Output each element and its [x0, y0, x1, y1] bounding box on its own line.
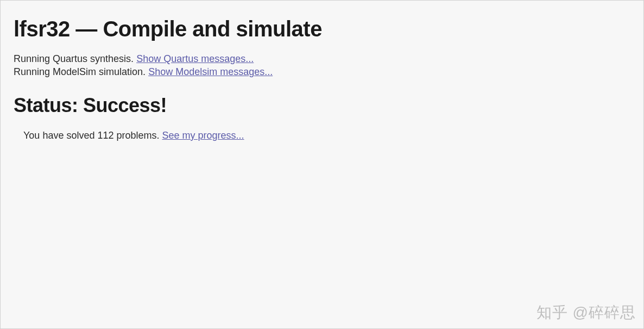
progress-line: You have solved 112 problems. See my pro… [14, 130, 630, 141]
show-quartus-messages-link[interactable]: Show Quartus messages... [136, 53, 254, 64]
quartus-log-text: Running Quartus synthesis. [14, 53, 136, 64]
see-progress-link[interactable]: See my progress... [162, 130, 244, 141]
watermark: 知乎 @碎碎思 [536, 302, 636, 323]
log-block: Running Quartus synthesis. Show Quartus … [14, 52, 630, 79]
modelsim-log-line: Running ModelSim simulation. Show Models… [14, 65, 630, 78]
modelsim-log-text: Running ModelSim simulation. [14, 66, 148, 77]
status-heading: Status: Success! [14, 94, 630, 117]
quartus-log-line: Running Quartus synthesis. Show Quartus … [14, 52, 630, 65]
show-modelsim-messages-link[interactable]: Show Modelsim messages... [148, 66, 273, 77]
progress-text: You have solved 112 problems. [23, 130, 162, 141]
page-title: lfsr32 — Compile and simulate [14, 17, 630, 41]
